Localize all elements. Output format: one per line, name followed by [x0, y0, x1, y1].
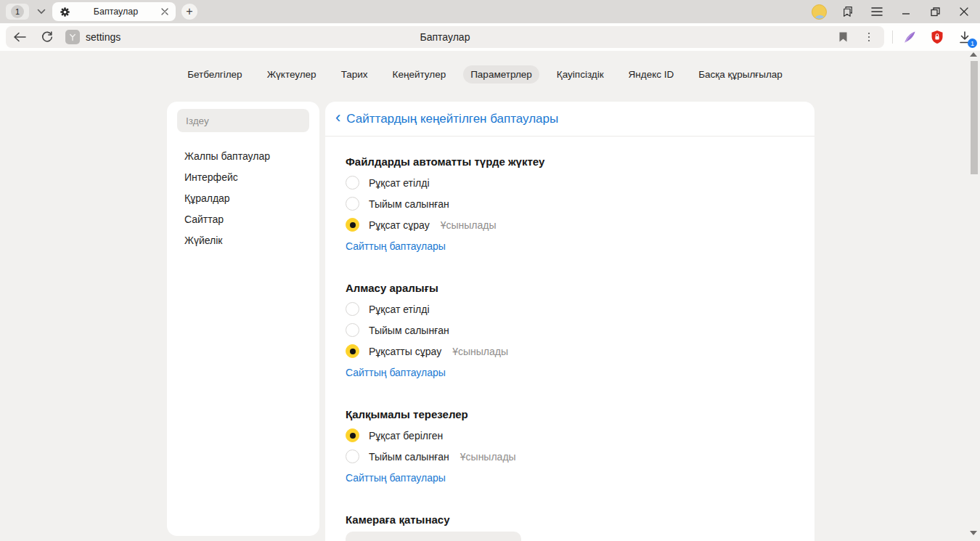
avatar	[812, 4, 827, 20]
top-nav-item[interactable]: Яндекс ID	[621, 65, 682, 84]
recommended-badge: Ұсынылады	[452, 346, 508, 357]
sidebar-item[interactable]: Жүйелік	[167, 229, 319, 251]
radio-option-row[interactable]: Рұқсат етілді	[346, 298, 794, 320]
tab-count: 1	[11, 5, 24, 18]
adblock-shield-button[interactable]	[926, 26, 948, 48]
tab-counter-button[interactable]: 1	[6, 4, 29, 20]
site-icon[interactable]	[65, 30, 80, 44]
settings-sections: Файлдарды автоматты түрде жүктеуРұқсат е…	[325, 137, 814, 541]
radio-label: Рұқсатты сұрау	[369, 346, 441, 357]
sidebar-item[interactable]: Сайттар	[167, 208, 319, 229]
reload-button[interactable]	[33, 26, 61, 48]
site-settings-link[interactable]: Сайттың баптаулары	[346, 240, 446, 252]
site-settings-link-row: Сайттың баптаулары	[346, 235, 794, 256]
sidebar-item[interactable]: Жалпы баптаулар	[167, 145, 319, 166]
settings-section: Қалқымалы терезелерРұқсат берілгенТыйым …	[346, 404, 794, 488]
tab-strip: 1 Баптаулар +	[0, 0, 980, 23]
three-dots-icon	[868, 33, 870, 42]
page-title[interactable]: Сайттардың кеңейтілген баптаулары	[346, 112, 558, 126]
radio-label: Рұқсат сұрау	[369, 219, 430, 231]
radio-label: Тыйым салынған	[369, 451, 449, 463]
omnibox-page-title: Баптаулар	[420, 31, 470, 43]
settings-section: Файлдарды автоматты түрде жүктеуРұқсат е…	[346, 151, 794, 256]
radio-button[interactable]	[346, 450, 359, 463]
camera-select[interactable]: ov9734_azurewave_camera Алдыңғы	[346, 532, 521, 541]
top-nav-item[interactable]: Жүктеулер	[260, 65, 324, 84]
scrollbar-up-arrow[interactable]	[970, 52, 977, 57]
collections-button[interactable]	[835, 0, 861, 23]
radio-button[interactable]	[346, 176, 359, 190]
minimize-icon	[902, 7, 910, 16]
window-close-button[interactable]	[951, 0, 977, 23]
collections-icon	[841, 5, 854, 18]
close-icon	[960, 7, 968, 16]
new-tab-button[interactable]: +	[181, 4, 197, 20]
radio-button[interactable]	[346, 197, 359, 211]
recommended-badge: Ұсынылады	[441, 219, 497, 231]
site-settings-link-row: Сайттың баптаулары	[346, 362, 794, 383]
radio-option-row[interactable]: Рұқсатты сұрауҰсынылады	[346, 341, 794, 362]
main-header[interactable]: ‹ Сайттардың кеңейтілген баптаулары	[325, 102, 814, 137]
window-restore-button[interactable]	[922, 0, 948, 23]
settings-top-nav: БетбелгілерЖүктеулерТарихКеңейтулерПарам…	[0, 65, 970, 84]
top-nav-item[interactable]: Бетбелгілер	[180, 65, 249, 84]
back-arrow-icon	[13, 32, 26, 42]
sidebar-items: Жалпы баптауларИнтерфейсҚұралдарСайттарЖ…	[167, 145, 319, 251]
menu-button[interactable]	[864, 0, 890, 23]
tab-close-icon[interactable]	[161, 8, 168, 15]
radio-button[interactable]	[346, 344, 359, 358]
top-nav-item[interactable]: Басқа құрылғылар	[691, 65, 790, 84]
scrollbar-down-arrow[interactable]	[970, 531, 977, 535]
settings-sidebar: Жалпы баптауларИнтерфейсҚұралдарСайттарЖ…	[167, 102, 319, 536]
search-input[interactable]	[186, 115, 301, 126]
tab-list-chevron-button[interactable]	[32, 4, 51, 20]
page-scrollbar[interactable]	[968, 51, 979, 541]
site-settings-link[interactable]: Сайттың баптаулары	[346, 472, 446, 484]
radio-button[interactable]	[346, 302, 359, 316]
download-count-badge: 1	[968, 38, 977, 48]
window-minimize-button[interactable]	[893, 0, 919, 23]
radio-option-row[interactable]: Рұқсат етілді	[346, 172, 794, 193]
settings-section: Алмасу аралығыРұқсат етілдіТыйым салынға…	[346, 277, 794, 383]
url-text[interactable]: settings	[86, 31, 121, 43]
feather-extension-button[interactable]	[899, 26, 920, 48]
site-settings-link[interactable]: Сайттың баптаулары	[346, 367, 446, 378]
radio-label: Тыйым салынған	[369, 198, 449, 210]
settings-main-panel: ‹ Сайттардың кеңейтілген баптаулары Файл…	[325, 102, 814, 541]
radio-button[interactable]	[346, 218, 359, 232]
omnibox-more-button[interactable]	[858, 26, 880, 48]
settings-section: Камераға қатынасуov9734_azurewave_camera…	[346, 509, 794, 541]
browser-tab-settings[interactable]: Баптаулар	[52, 2, 176, 21]
top-nav-item[interactable]: Қауіпсіздік	[550, 65, 611, 84]
radio-option-row[interactable]: Рұқсат берілген	[346, 425, 794, 446]
sidebar-item[interactable]: Интерфейс	[167, 166, 319, 187]
omnibox[interactable]: settings Баптаулар	[6, 26, 884, 48]
profile-avatar[interactable]	[806, 0, 832, 23]
sidebar-item[interactable]: Құралдар	[167, 187, 319, 208]
radio-label: Рұқсат етілді	[369, 304, 430, 315]
radio-button[interactable]	[346, 428, 359, 442]
radio-option-row[interactable]: Рұқсат сұрауҰсынылады	[346, 214, 794, 235]
radio-option-row[interactable]: Тыйым салынған	[346, 320, 794, 341]
gear-icon	[60, 7, 70, 17]
reload-icon	[41, 31, 53, 43]
browser-toolbar: settings Баптаулар	[0, 23, 980, 51]
radio-option-row[interactable]: Тыйым салынған	[346, 193, 794, 214]
radio-label: Тыйым салынған	[369, 325, 449, 336]
sidebar-search[interactable]	[177, 109, 309, 132]
site-settings-link-row: Сайттың баптаулары	[346, 467, 794, 488]
downloads-button[interactable]: 1	[954, 26, 976, 48]
bookmark-button[interactable]	[832, 26, 854, 48]
radio-option-row[interactable]: Тыйым салынғанҰсынылады	[346, 446, 794, 467]
feather-icon	[902, 30, 917, 44]
radio-button[interactable]	[346, 323, 359, 337]
radio-label: Рұқсат етілді	[369, 177, 430, 189]
top-nav-item[interactable]: Параметрлер	[463, 65, 539, 84]
settings-page: БетбелгілерЖүктеулерТарихКеңейтулерПарам…	[0, 51, 980, 541]
back-chevron-icon[interactable]: ‹	[335, 110, 340, 128]
chevron-down-icon	[37, 9, 46, 15]
top-nav-item[interactable]: Тарих	[334, 65, 375, 84]
back-button[interactable]	[6, 26, 33, 48]
scrollbar-thumb[interactable]	[971, 61, 978, 174]
top-nav-item[interactable]: Кеңейтулер	[385, 65, 454, 84]
